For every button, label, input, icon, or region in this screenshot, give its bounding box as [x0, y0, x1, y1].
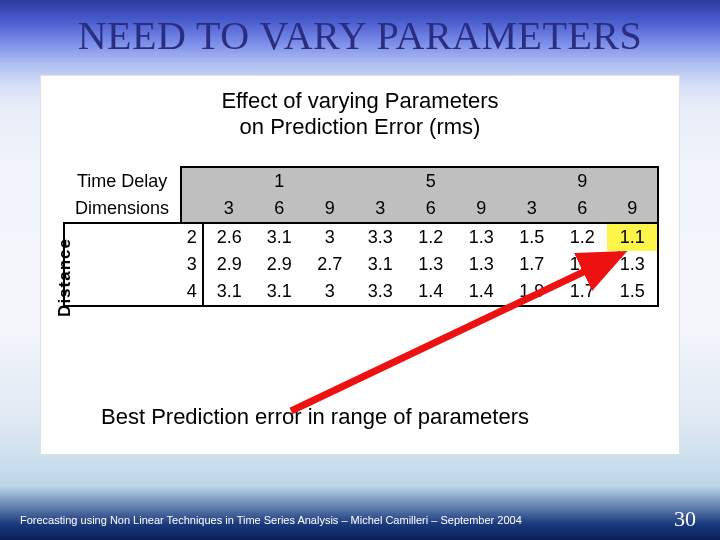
- cell: 3.1: [254, 223, 305, 251]
- cell: 1.3: [405, 251, 456, 278]
- cell: 1.3: [456, 223, 507, 251]
- spacer-cell: [304, 167, 355, 195]
- slide: NEED TO VARY PARAMETERS Effect of varyin…: [0, 0, 720, 540]
- data-table: Time Delay 1 5 9 Dimensions 3 6 9 3 6: [63, 166, 659, 307]
- cell: 1.3: [607, 251, 658, 278]
- cell: 3.1: [355, 251, 406, 278]
- spacer-cell: [64, 251, 181, 278]
- cell: 2.9: [203, 251, 254, 278]
- highlight-cell: 1.1: [607, 223, 658, 251]
- page-number: 30: [674, 506, 696, 532]
- cell: 1.4: [456, 278, 507, 306]
- time-delay-label: Time Delay: [64, 167, 181, 195]
- cell: 1.7: [506, 251, 557, 278]
- page-title: NEED TO VARY PARAMETERS: [0, 12, 720, 59]
- td-val: 9: [557, 167, 608, 195]
- cell: 3.1: [203, 278, 254, 306]
- cell: 2.6: [203, 223, 254, 251]
- dim-val: 6: [254, 195, 305, 223]
- dim-val: 9: [456, 195, 507, 223]
- cell: 3: [304, 278, 355, 306]
- cell: 1.3: [456, 251, 507, 278]
- cell: 1.9: [506, 278, 557, 306]
- spacer-cell: [181, 195, 203, 223]
- dist-val: 2: [181, 223, 203, 251]
- data-row: 2 2.6 3.1 3 3.3 1.2 1.3 1.5 1.2 1.1: [64, 223, 658, 251]
- dimensions-label: Dimensions: [64, 195, 181, 223]
- cell: 1.5: [506, 223, 557, 251]
- chart-panel: Effect of varying Parameters on Predicti…: [40, 75, 680, 455]
- cell: 1.5: [607, 278, 658, 306]
- spacer-cell: [456, 167, 507, 195]
- time-delay-row: Time Delay 1 5 9: [64, 167, 658, 195]
- dim-val: 3: [355, 195, 406, 223]
- dim-val: 6: [557, 195, 608, 223]
- chart-title: Effect of varying Parameters on Predicti…: [41, 88, 679, 140]
- dimensions-row: Dimensions 3 6 9 3 6 9 3 6 9: [64, 195, 658, 223]
- chart-caption: Best Prediction error in range of parame…: [101, 404, 529, 430]
- dim-val: 9: [607, 195, 658, 223]
- td-val: 1: [254, 167, 305, 195]
- dim-val: 3: [203, 195, 254, 223]
- cell: 1.2: [557, 223, 608, 251]
- dim-val: 3: [506, 195, 557, 223]
- spacer-cell: [181, 167, 203, 195]
- cell: 3.3: [355, 278, 406, 306]
- cell: 2.7: [304, 251, 355, 278]
- spacer-cell: [203, 167, 254, 195]
- spacer-cell: [355, 167, 406, 195]
- cell: 1.4: [405, 278, 456, 306]
- dim-val: 9: [304, 195, 355, 223]
- data-row: 3 2.9 2.9 2.7 3.1 1.3 1.3 1.7 1.5 1.3: [64, 251, 658, 278]
- spacer-cell: [506, 167, 557, 195]
- cell: 3.3: [355, 223, 406, 251]
- chart-title-line2: on Prediction Error (rms): [240, 114, 481, 139]
- data-row: 4 3.1 3.1 3 3.3 1.4 1.4 1.9 1.7 1.5: [64, 278, 658, 306]
- dim-val: 6: [405, 195, 456, 223]
- td-val: 5: [405, 167, 456, 195]
- cell: 1.2: [405, 223, 456, 251]
- cell: 3: [304, 223, 355, 251]
- dist-val: 4: [181, 278, 203, 306]
- spacer-cell: [607, 167, 658, 195]
- chart-title-line1: Effect of varying Parameters: [221, 88, 498, 113]
- spacer-cell: [64, 223, 181, 251]
- cell: 3.1: [254, 278, 305, 306]
- cell: 1.5: [557, 251, 608, 278]
- footer-text: Forecasting using Non Linear Techniques …: [20, 514, 522, 526]
- dist-val: 3: [181, 251, 203, 278]
- cell: 1.7: [557, 278, 608, 306]
- spacer-cell: [64, 278, 181, 306]
- cell: 2.9: [254, 251, 305, 278]
